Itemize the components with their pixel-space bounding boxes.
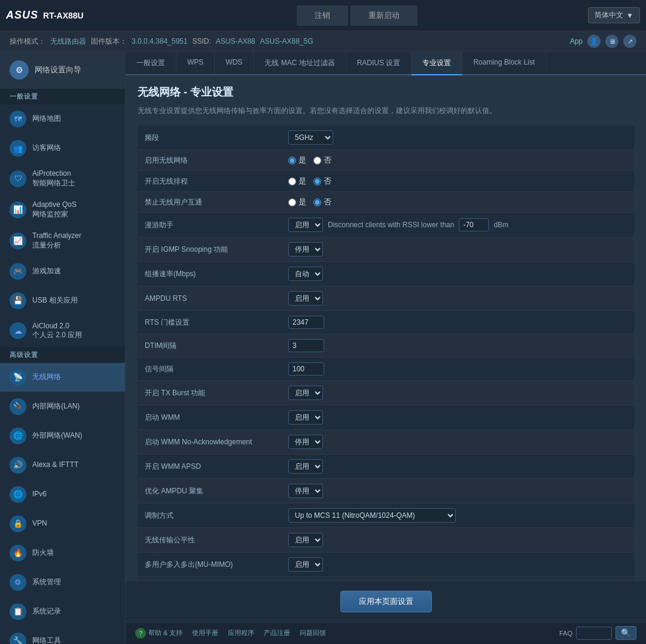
apps-link[interactable]: 应用程序 xyxy=(228,628,254,637)
footer-search-input[interactable] xyxy=(576,627,612,640)
sidebar-item-syslog[interactable]: 📋 系统记录 xyxy=(0,597,125,627)
tab-wps[interactable]: WPS xyxy=(176,52,215,74)
rts-threshold-input[interactable] xyxy=(288,316,324,329)
logout-tab[interactable]: 注销 xyxy=(297,5,348,26)
lang-selector[interactable]: 简体中文 ▼ xyxy=(588,7,640,23)
select-multicast-rate[interactable]: 自动 1 2 xyxy=(288,267,323,281)
roaming-rssi-input[interactable] xyxy=(459,218,489,231)
select-airtime-fairness[interactable]: 启用 停用 xyxy=(288,533,323,547)
sidebar-item-sysadmin[interactable]: ⚙ 系统管理 xyxy=(0,568,125,597)
reboot-tab[interactable]: 重新启动 xyxy=(351,5,418,26)
radio-yes-schedule[interactable]: 是 xyxy=(288,176,306,187)
sidebar-item-aicloud[interactable]: ☁ AiCloud 2.0个人云 2.0 应用 xyxy=(0,316,125,347)
sidebar-item-game-boost[interactable]: 🎮 游戏加速 xyxy=(0,257,125,286)
top-nav-tabs: 注销 重新启动 xyxy=(126,5,588,26)
sidebar-item-wan[interactable]: 🌐 外部网络(WAN) xyxy=(0,422,125,451)
sidebar-item-label: AiProtection智能网络卫士 xyxy=(32,169,75,188)
radio-no-isolate-input[interactable] xyxy=(313,199,321,206)
sidebar-item-label: Adaptive QoS网络监控家 xyxy=(32,200,77,219)
sidebar-item-alexa[interactable]: 🔊 Alexa & IFTTT xyxy=(0,451,125,480)
sidebar-item-aiprotection[interactable]: 🛡 AiProtection智能网络卫士 xyxy=(0,163,125,194)
tab-mac-filter[interactable]: 无线 MAC 地址过滤器 xyxy=(254,52,346,74)
select-frequency[interactable]: 5GHz 2.4GHz xyxy=(288,130,333,145)
sidebar-item-network-map[interactable]: 🗺 网络地图 xyxy=(0,105,125,134)
feedback-link[interactable]: 问题回馈 xyxy=(300,628,326,637)
select-wmm[interactable]: 启用 停用 xyxy=(288,410,323,425)
label-mu-mimo: 多用户多入多出(MU-MIMO) xyxy=(138,553,281,577)
radio-yes-enable-input[interactable] xyxy=(288,157,296,164)
mode-value[interactable]: 无线路由器 xyxy=(50,36,86,47)
page-description: 无线专业设置提供您无线网络传输与效率方面的设置。若您没有选择适合的设置，建议采用… xyxy=(138,105,634,116)
tab-general[interactable]: 一般设置 xyxy=(126,52,176,74)
sidebar-item-usb-apps[interactable]: 💾 USB 相关应用 xyxy=(0,286,125,316)
sidebar-item-lan[interactable]: 🔌 内部网络(LAN) xyxy=(0,392,125,422)
select-tx-burst[interactable]: 启用 停用 xyxy=(288,386,323,400)
sidebar-item-guest-network[interactable]: 👥 访客网络 xyxy=(0,134,125,163)
nettools-icon: 🔧 xyxy=(10,633,26,644)
radio-yes-enable[interactable]: 是 xyxy=(288,155,306,166)
apply-button[interactable]: 应用本页面设置 xyxy=(340,591,432,612)
sidebar-item-vpn[interactable]: 🔒 VPN xyxy=(0,509,125,539)
sidebar-item-wireless[interactable]: 📡 无线网络 xyxy=(0,363,125,392)
sidebar-item-adaptive-qos[interactable]: 📊 Adaptive QoS网络监控家 xyxy=(0,194,125,225)
footer-help: ? 帮助 & 支持 xyxy=(135,628,182,639)
sidebar-item-firewall[interactable]: 🔥 防火墙 xyxy=(0,539,125,568)
select-roaming-assist[interactable]: 启用 停用 xyxy=(288,218,323,232)
radio-yes-isolate[interactable]: 是 xyxy=(288,197,306,207)
row-rts-threshold: RTS 门槛设置 xyxy=(138,311,634,334)
sidebar-wizard[interactable]: ⚙ 网络设置向导 xyxy=(0,52,125,88)
row-wireless-schedule: 开启无线排程 是 否 xyxy=(138,171,634,192)
label-igmp-snooping: 开启 IGMP Snooping 功能 xyxy=(138,237,281,262)
radio-no-enable-input[interactable] xyxy=(313,157,321,164)
tab-radius[interactable]: RADIUS 设置 xyxy=(346,52,412,74)
tab-wds[interactable]: WDS xyxy=(215,52,254,74)
select-igmp-snooping[interactable]: 停用 启用 xyxy=(288,242,323,257)
radio-yes-isolate-input[interactable] xyxy=(288,199,296,206)
radio-no-isolate[interactable]: 否 xyxy=(313,197,331,207)
tab-professional[interactable]: 专业设置 xyxy=(412,52,462,75)
register-link[interactable]: 产品注册 xyxy=(264,628,290,637)
row-enable-wireless: 启用无线网络 是 否 xyxy=(138,150,634,171)
radio-yes-schedule-input[interactable] xyxy=(288,178,296,185)
label-enable-wireless: 启用无线网络 xyxy=(138,150,281,171)
radio-no-enable[interactable]: 否 xyxy=(313,155,331,166)
alexa-icon: 🔊 xyxy=(10,457,26,474)
select-wmm-apsd[interactable]: 启用 停用 xyxy=(288,459,323,474)
radio-no-schedule-input[interactable] xyxy=(313,178,321,185)
user-icon[interactable]: 👤 xyxy=(587,35,601,48)
radio-wireless-schedule: 是 否 xyxy=(288,176,627,187)
roaming-assist-controls: 启用 停用 Disconnect clients with RSSI lower… xyxy=(288,218,627,232)
manual-link[interactable]: 使用手册 xyxy=(192,628,218,637)
row-ampdu-rts: AMPDU RTS 启用 停用 xyxy=(138,286,634,311)
select-wmm-noack[interactable]: 停用 启用 xyxy=(288,435,323,449)
monitor-icon[interactable]: 🖥 xyxy=(605,35,618,48)
ssid2[interactable]: ASUS-AX88_5G xyxy=(260,37,313,45)
label-wmm: 启动 WMM xyxy=(138,405,281,430)
radio-no-label: 否 xyxy=(324,197,331,207)
radio-no-schedule[interactable]: 否 xyxy=(313,176,331,187)
help-support-link[interactable]: 帮助 & 支持 xyxy=(148,628,182,637)
sidebar-item-ipv6[interactable]: 🌐 IPv6 xyxy=(0,480,125,509)
label-wireless-schedule: 开启无线排程 xyxy=(138,171,281,192)
sidebar-item-traffic-analyzer[interactable]: 📈 Traffic Analyzer流量分析 xyxy=(0,225,125,257)
dtim-interval-input[interactable] xyxy=(288,339,324,352)
select-mu-mimo[interactable]: 启用 停用 xyxy=(288,557,323,572)
select-modulation[interactable]: Up to MCS 11 (NitroQAM/1024-QAM) Up to M… xyxy=(288,508,456,523)
tab-roaming-block[interactable]: Roaming Block List xyxy=(462,52,546,74)
footer-search-button[interactable]: 🔍 xyxy=(615,626,636,640)
label-multicast-rate: 组播速率(Mbps) xyxy=(138,262,281,286)
select-ampdu-rts[interactable]: 启用 停用 xyxy=(288,291,323,306)
settings-table: 频段 5GHz 2.4GHz 启用无线网络 xyxy=(138,126,634,581)
select-ampdu-aggregate[interactable]: 停用 启用 xyxy=(288,484,323,498)
share-icon[interactable]: ↗ xyxy=(623,35,636,48)
ssid1[interactable]: ASUS-AX88 xyxy=(216,37,255,45)
info-bar-icons: 👤 🖥 ↗ xyxy=(587,35,636,48)
sidebar-item-nettools[interactable]: 🔧 网络工具 xyxy=(0,627,125,644)
page-content: 无线网络 - 专业设置 无线专业设置提供您无线网络传输与效率方面的设置。若您没有… xyxy=(126,75,646,581)
lan-icon: 🔌 xyxy=(10,398,26,415)
firmware-value[interactable]: 3.0.0.4.384_5951 xyxy=(132,37,187,45)
roaming-unit: dBm xyxy=(493,221,508,229)
sidebar-item-label: Traffic Analyzer流量分析 xyxy=(32,231,81,250)
radio-isolate-clients: 是 否 xyxy=(288,197,627,207)
beacon-interval-input[interactable] xyxy=(288,362,324,376)
